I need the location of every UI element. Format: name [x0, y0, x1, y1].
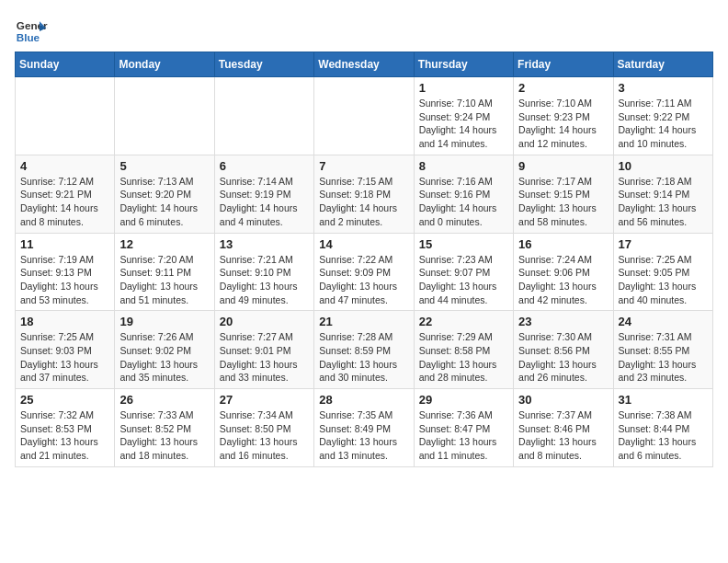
day-number: 22	[419, 315, 508, 328]
week-row-3: 11Sunrise: 7:19 AM Sunset: 9:13 PM Dayli…	[16, 233, 713, 311]
calendar-cell: 20Sunrise: 7:27 AM Sunset: 9:01 PM Dayli…	[214, 311, 313, 389]
header-row: SundayMondayTuesdayWednesdayThursdayFrid…	[16, 52, 713, 77]
day-info: Sunrise: 7:38 AM Sunset: 8:44 PM Dayligh…	[619, 408, 708, 463]
day-number: 19	[119, 315, 209, 328]
day-number: 23	[518, 315, 608, 328]
week-row-1: 1Sunrise: 7:10 AM Sunset: 9:24 PM Daylig…	[16, 77, 713, 155]
day-number: 4	[20, 159, 109, 173]
day-number: 20	[220, 315, 309, 328]
day-number: 30	[518, 393, 608, 407]
calendar-cell: 25Sunrise: 7:32 AM Sunset: 8:53 PM Dayli…	[16, 389, 115, 467]
column-header-wednesday: Wednesday	[314, 52, 414, 77]
day-info: Sunrise: 7:16 AM Sunset: 9:16 PM Dayligh…	[419, 175, 508, 229]
column-header-thursday: Thursday	[414, 52, 513, 77]
day-number: 16	[518, 237, 608, 251]
week-row-2: 4Sunrise: 7:12 AM Sunset: 9:21 PM Daylig…	[16, 155, 713, 233]
logo-icon: General Blue	[15, 15, 48, 48]
day-number: 1	[419, 81, 508, 95]
day-info: Sunrise: 7:37 AM Sunset: 8:46 PM Dayligh…	[518, 408, 608, 463]
week-row-4: 18Sunrise: 7:25 AM Sunset: 9:03 PM Dayli…	[16, 311, 713, 389]
calendar-cell: 1Sunrise: 7:10 AM Sunset: 9:24 PM Daylig…	[414, 77, 513, 155]
calendar-cell: 5Sunrise: 7:13 AM Sunset: 9:20 PM Daylig…	[115, 155, 214, 233]
calendar-cell: 26Sunrise: 7:33 AM Sunset: 8:52 PM Dayli…	[115, 389, 214, 467]
calendar-cell: 24Sunrise: 7:31 AM Sunset: 8:55 PM Dayli…	[613, 311, 712, 389]
day-info: Sunrise: 7:19 AM Sunset: 9:13 PM Dayligh…	[20, 253, 109, 307]
header: General Blue	[15, 15, 713, 48]
calendar-cell	[314, 77, 414, 155]
column-header-saturday: Saturday	[613, 52, 712, 77]
calendar-cell: 11Sunrise: 7:19 AM Sunset: 9:13 PM Dayli…	[16, 233, 115, 311]
day-number: 17	[619, 237, 708, 251]
day-info: Sunrise: 7:25 AM Sunset: 9:05 PM Dayligh…	[619, 253, 708, 307]
calendar-cell: 3Sunrise: 7:11 AM Sunset: 9:22 PM Daylig…	[613, 77, 712, 155]
day-number: 29	[419, 393, 508, 407]
column-header-tuesday: Tuesday	[214, 52, 313, 77]
calendar-cell: 7Sunrise: 7:15 AM Sunset: 9:18 PM Daylig…	[314, 155, 414, 233]
calendar-cell: 31Sunrise: 7:38 AM Sunset: 8:44 PM Dayli…	[613, 389, 712, 467]
day-info: Sunrise: 7:15 AM Sunset: 9:18 PM Dayligh…	[319, 175, 408, 229]
day-info: Sunrise: 7:12 AM Sunset: 9:21 PM Dayligh…	[20, 175, 109, 229]
calendar-cell: 28Sunrise: 7:35 AM Sunset: 8:49 PM Dayli…	[314, 389, 414, 467]
day-number: 15	[419, 237, 508, 251]
calendar-cell: 9Sunrise: 7:17 AM Sunset: 9:15 PM Daylig…	[514, 155, 613, 233]
day-info: Sunrise: 7:28 AM Sunset: 8:59 PM Dayligh…	[319, 330, 408, 385]
day-number: 8	[419, 159, 508, 173]
week-row-5: 25Sunrise: 7:32 AM Sunset: 8:53 PM Dayli…	[16, 389, 713, 467]
day-info: Sunrise: 7:11 AM Sunset: 9:22 PM Dayligh…	[619, 97, 708, 151]
day-number: 18	[20, 315, 109, 328]
logo: General Blue	[15, 15, 48, 48]
day-info: Sunrise: 7:35 AM Sunset: 8:49 PM Dayligh…	[319, 408, 408, 463]
calendar-cell: 2Sunrise: 7:10 AM Sunset: 9:23 PM Daylig…	[514, 77, 613, 155]
calendar-cell: 27Sunrise: 7:34 AM Sunset: 8:50 PM Dayli…	[214, 389, 313, 467]
day-info: Sunrise: 7:27 AM Sunset: 9:01 PM Dayligh…	[220, 330, 309, 385]
day-number: 31	[619, 393, 708, 407]
day-number: 28	[319, 393, 408, 407]
day-info: Sunrise: 7:10 AM Sunset: 9:23 PM Dayligh…	[518, 97, 608, 151]
calendar-cell: 22Sunrise: 7:29 AM Sunset: 8:58 PM Dayli…	[414, 311, 513, 389]
day-info: Sunrise: 7:18 AM Sunset: 9:14 PM Dayligh…	[619, 175, 708, 229]
day-number: 13	[220, 237, 309, 251]
day-number: 6	[220, 159, 309, 173]
day-number: 10	[619, 159, 708, 173]
day-info: Sunrise: 7:17 AM Sunset: 9:15 PM Dayligh…	[518, 175, 608, 229]
day-info: Sunrise: 7:33 AM Sunset: 8:52 PM Dayligh…	[119, 408, 209, 463]
calendar-cell: 4Sunrise: 7:12 AM Sunset: 9:21 PM Daylig…	[16, 155, 115, 233]
calendar-cell: 15Sunrise: 7:23 AM Sunset: 9:07 PM Dayli…	[414, 233, 513, 311]
day-number: 21	[319, 315, 408, 328]
day-info: Sunrise: 7:25 AM Sunset: 9:03 PM Dayligh…	[20, 330, 109, 385]
calendar-cell	[214, 77, 313, 155]
day-number: 2	[518, 81, 608, 95]
calendar-cell: 8Sunrise: 7:16 AM Sunset: 9:16 PM Daylig…	[414, 155, 513, 233]
day-number: 24	[619, 315, 708, 328]
calendar-cell: 19Sunrise: 7:26 AM Sunset: 9:02 PM Dayli…	[115, 311, 214, 389]
column-header-monday: Monday	[115, 52, 214, 77]
calendar-cell	[115, 77, 214, 155]
day-number: 3	[619, 81, 708, 95]
day-number: 26	[119, 393, 209, 407]
calendar-cell: 30Sunrise: 7:37 AM Sunset: 8:46 PM Dayli…	[514, 389, 613, 467]
day-info: Sunrise: 7:36 AM Sunset: 8:47 PM Dayligh…	[419, 408, 508, 463]
calendar-cell	[16, 77, 115, 155]
day-info: Sunrise: 7:23 AM Sunset: 9:07 PM Dayligh…	[419, 253, 508, 307]
day-info: Sunrise: 7:32 AM Sunset: 8:53 PM Dayligh…	[20, 408, 109, 463]
day-info: Sunrise: 7:20 AM Sunset: 9:11 PM Dayligh…	[119, 253, 209, 307]
day-number: 11	[20, 237, 109, 251]
day-info: Sunrise: 7:13 AM Sunset: 9:20 PM Dayligh…	[119, 175, 209, 229]
day-info: Sunrise: 7:29 AM Sunset: 8:58 PM Dayligh…	[419, 330, 508, 385]
day-number: 5	[119, 159, 209, 173]
day-info: Sunrise: 7:10 AM Sunset: 9:24 PM Dayligh…	[419, 97, 508, 151]
day-info: Sunrise: 7:14 AM Sunset: 9:19 PM Dayligh…	[220, 175, 309, 229]
day-number: 9	[518, 159, 608, 173]
column-header-friday: Friday	[514, 52, 613, 77]
calendar-cell: 18Sunrise: 7:25 AM Sunset: 9:03 PM Dayli…	[16, 311, 115, 389]
calendar-cell: 21Sunrise: 7:28 AM Sunset: 8:59 PM Dayli…	[314, 311, 414, 389]
day-number: 25	[20, 393, 109, 407]
day-info: Sunrise: 7:30 AM Sunset: 8:56 PM Dayligh…	[518, 330, 608, 385]
day-info: Sunrise: 7:21 AM Sunset: 9:10 PM Dayligh…	[220, 253, 309, 307]
day-info: Sunrise: 7:26 AM Sunset: 9:02 PM Dayligh…	[119, 330, 209, 385]
day-number: 14	[319, 237, 408, 251]
calendar-cell: 6Sunrise: 7:14 AM Sunset: 9:19 PM Daylig…	[214, 155, 313, 233]
calendar-cell: 23Sunrise: 7:30 AM Sunset: 8:56 PM Dayli…	[514, 311, 613, 389]
svg-text:Blue: Blue	[17, 31, 40, 43]
calendar-cell: 29Sunrise: 7:36 AM Sunset: 8:47 PM Dayli…	[414, 389, 513, 467]
